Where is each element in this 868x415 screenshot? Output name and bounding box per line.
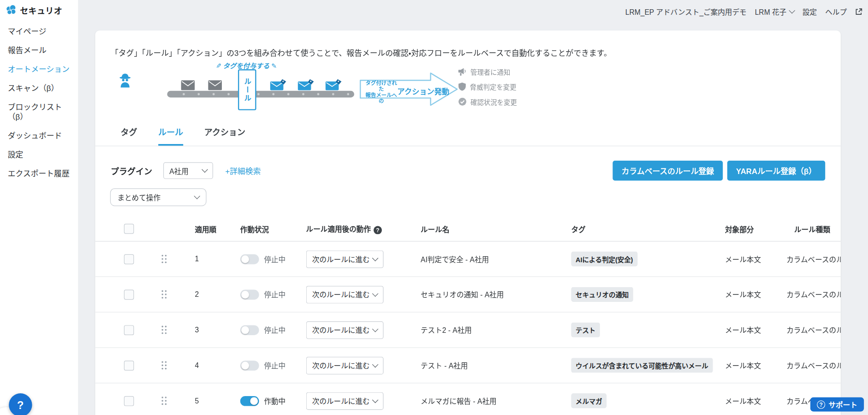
sidebar-item-export-history[interactable]: エクスポート履歴: [0, 164, 78, 183]
sidebar-item-scan[interactable]: スキャン（β）: [0, 78, 78, 97]
sidebar: セキュリオ マイページ 報告メール オートメーション スキャン（β） ブロックリ…: [0, 0, 78, 415]
table-header-row: 適用順 作動状況 ルール適用後の動作? ルール名 タグ 対象部分 ルール種類: [95, 217, 840, 241]
chevron-down-icon: [194, 193, 200, 199]
brand-name: セキュリオ: [20, 4, 62, 16]
rule-type: カラムベースのルール: [782, 325, 841, 335]
table-row: 2 停止中 次のルールに進む セキュリオの通知 - A社用 セキュリオの通知 メ…: [95, 277, 840, 313]
main-panel: 「タグ」「ルール」「アクション」の3つを組み合わせて使うことで、報告メールの確認…: [95, 30, 840, 415]
row-checkbox[interactable]: [124, 361, 134, 371]
rule-order: 5: [180, 397, 236, 405]
rule-target: メール本文: [720, 396, 782, 406]
support-button[interactable]: ? サポート: [810, 397, 864, 411]
status-toggle[interactable]: [240, 325, 259, 335]
status-toggle[interactable]: [240, 361, 259, 371]
topbar-help-link[interactable]: ヘルプ: [825, 6, 847, 17]
drag-handle[interactable]: [161, 255, 166, 263]
header-status: 作動状況: [236, 223, 302, 234]
outcome-notify: 管理者に通知: [458, 67, 517, 76]
outcome-confirm: 確認状況を変更: [458, 97, 517, 106]
drag-handle[interactable]: [161, 361, 166, 369]
tag-callout: ✎ タグを付与する ✎: [199, 60, 293, 70]
tab-action[interactable]: アクション: [204, 126, 245, 145]
drag-handle[interactable]: [161, 290, 166, 299]
row-checkbox[interactable]: [124, 254, 134, 264]
chevron-down-icon: [372, 255, 379, 261]
rule-name: テスト2 - A社用: [416, 325, 566, 335]
chevron-down-icon: [372, 290, 379, 297]
sidebar-item-dashboard[interactable]: ダッシュボード: [0, 126, 78, 145]
check-circle-icon: [458, 97, 467, 106]
status-cell: 停止中: [236, 254, 302, 265]
rule-name: テスト - A社用: [416, 360, 566, 371]
row-checkbox[interactable]: [124, 396, 134, 406]
rule-name: メルマガに報告 - A社用: [416, 396, 566, 406]
drag-handle[interactable]: [161, 326, 166, 334]
rules-table: 適用順 作動状況 ルール適用後の動作? ルール名 タグ 対象部分 ルール種類 1…: [95, 217, 840, 415]
mail-icon: [181, 80, 195, 92]
rule-name: AI判定で安全 - A社用: [416, 254, 566, 265]
bulk-action-select[interactable]: まとめて操作: [110, 188, 207, 206]
after-rule-action-select[interactable]: 次のルールに進む: [306, 250, 384, 268]
chevron-down-icon: [372, 397, 379, 403]
help-question-icon[interactable]: ?: [374, 226, 382, 234]
rule-name: セキュリオの通知 - A社用: [416, 289, 566, 300]
plugin-label: プラグイン: [111, 165, 152, 176]
status-cell: 作動中: [236, 396, 302, 406]
tag-badge: ウイルスが含まれている可能性が高いメール: [571, 358, 713, 373]
select-all-checkbox[interactable]: [124, 224, 134, 234]
column-rule-register-button[interactable]: カラムベースのルール登録: [613, 161, 723, 180]
external-link-icon[interactable]: [855, 8, 862, 15]
status-toggle[interactable]: [240, 289, 259, 300]
arrow-main-text: アクション発動: [398, 85, 450, 96]
status-cell: 停止中: [236, 360, 302, 371]
header-action: ルール適用後の動作?: [302, 223, 416, 234]
yara-rule-register-button[interactable]: YARAルール登録（β）: [727, 161, 825, 180]
user-name: LRM 花子: [755, 6, 786, 17]
tab-tag[interactable]: タグ: [121, 126, 137, 145]
status-cell: 停止中: [236, 325, 302, 335]
after-rule-action-select[interactable]: 次のルールに進む: [306, 286, 384, 303]
sidebar-item-mypage[interactable]: マイページ: [0, 22, 78, 41]
tab-bar: タグ ルール アクション: [95, 111, 840, 146]
row-checkbox[interactable]: [124, 325, 134, 335]
help-button[interactable]: ?: [9, 393, 32, 415]
topbar-settings-link[interactable]: 設定: [803, 6, 817, 17]
chevron-down-icon: [372, 361, 379, 367]
tagged-mail-icon: [326, 79, 342, 93]
drag-handle[interactable]: [161, 397, 166, 405]
tag-badge: セキュリオの通知: [571, 287, 633, 302]
sidebar-item-report-mail[interactable]: 報告メール: [0, 41, 78, 60]
user-menu[interactable]: LRM 花子: [755, 6, 794, 17]
tag-badge: AIによる判定(安全): [571, 252, 637, 266]
question-circle-icon: ?: [817, 400, 825, 409]
advanced-search-link[interactable]: +詳細検索: [225, 165, 261, 176]
status-toggle[interactable]: [240, 254, 259, 264]
topbar: LRM_EP アドバンスト_ご案内用デモ LRM 花子 設定 ヘルプ: [78, 0, 868, 19]
rule-target: メール本文: [720, 254, 782, 265]
chevron-down-icon: [372, 325, 379, 332]
table-row: 4 停止中 次のルールに進む テスト - A社用 ウイルスが含まれている可能性が…: [95, 348, 840, 384]
sidebar-item-automation[interactable]: オートメーション: [0, 60, 78, 79]
plugin-select[interactable]: A社用: [163, 162, 213, 179]
status-cell: 停止中: [236, 289, 302, 300]
tab-rule[interactable]: ルール: [158, 126, 183, 145]
header-target: 対象部分: [720, 223, 782, 234]
sidebar-item-blocklist[interactable]: ブロックリスト（β）: [0, 97, 78, 126]
after-rule-action-select[interactable]: 次のルールに進む: [306, 321, 384, 338]
arrow-subtext: タグ付けされた 報告メールへの: [363, 80, 399, 104]
automation-flow-diagram: ルール ✎ タグを付与する ✎: [111, 60, 841, 111]
brand-logo[interactable]: セキュリオ: [0, 0, 78, 16]
logo-icon: [5, 4, 17, 16]
table-row: 3 停止中 次のルールに進む テスト2 - A社用 テスト メール本文 カラムベ…: [95, 313, 840, 348]
tenant-label: LRM_EP アドバンスト_ご案内用デモ: [625, 6, 747, 17]
filter-row: プラグイン A社用 +詳細検索 カラムベースのルール登録 YARAルール登録（β…: [111, 161, 825, 180]
app-viewport: LRM_EP アドバンスト_ご案内用デモ LRM 花子 設定 ヘルプ 「タグ」「…: [0, 0, 868, 415]
after-rule-action-select[interactable]: 次のルールに進む: [306, 392, 384, 409]
rule-type: カラムベースのルール: [782, 360, 841, 371]
sidebar-item-settings[interactable]: 設定: [0, 145, 78, 164]
pencil-icon: ✎: [215, 62, 221, 70]
row-checkbox[interactable]: [124, 289, 134, 300]
status-toggle[interactable]: [240, 396, 259, 406]
outcome-list: 管理者に通知 脅威判定を変更 確認状況を変更: [458, 67, 517, 106]
after-rule-action-select[interactable]: 次のルールに進む: [306, 356, 384, 374]
